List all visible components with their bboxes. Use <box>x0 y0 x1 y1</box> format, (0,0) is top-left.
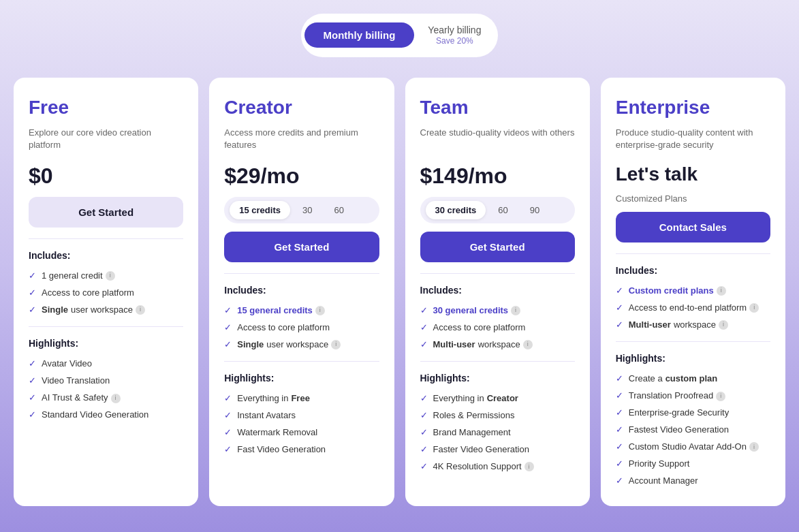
feature-text: Access to end-to-end platformi <box>629 302 759 314</box>
list-item: ✓Everything in Creator <box>420 393 575 405</box>
feature-text: Single user workspacei <box>42 304 145 316</box>
info-icon[interactable]: i <box>749 303 759 313</box>
plans-grid: FreeExplore our core video creation plat… <box>14 78 785 506</box>
list-item: ✓Create a custom plan <box>616 373 770 385</box>
plan-card-creator: CreatorAccess more credits and premium f… <box>209 78 394 506</box>
feature-text: Avatar Video <box>42 358 92 370</box>
info-icon[interactable]: i <box>136 305 145 315</box>
credit-option-creator-0[interactable]: 15 credits <box>230 201 290 219</box>
plan-card-free: FreeExplore our core video creation plat… <box>14 78 198 506</box>
includes-list-free: ✓1 general crediti✓Access to core platfo… <box>29 270 183 316</box>
check-icon: ✓ <box>420 444 428 456</box>
highlights-label-enterprise: Highlights: <box>616 353 770 364</box>
credit-option-team-2[interactable]: 90 <box>520 201 549 219</box>
info-icon[interactable]: i <box>524 462 534 471</box>
cta-button-team[interactable]: Get Started <box>420 232 575 262</box>
list-item: ✓Custom credit plansi <box>616 285 770 297</box>
credit-option-team-0[interactable]: 30 credits <box>426 201 486 219</box>
feature-text: 4K Resolution Supporti <box>433 461 534 473</box>
info-icon[interactable]: i <box>111 394 121 403</box>
check-icon: ✓ <box>420 322 428 334</box>
info-icon[interactable]: i <box>315 306 325 315</box>
list-item: ✓Single user workspacei <box>29 304 183 316</box>
feature-text: Priority Support <box>629 458 690 470</box>
plan-card-team: TeamCreate studio-quality videos with ot… <box>405 78 590 506</box>
yearly-billing-button[interactable]: Yearly billing Save 20% <box>414 17 495 54</box>
feature-text: Brand Management <box>433 427 511 439</box>
check-icon: ✓ <box>224 322 232 334</box>
customized-plans-enterprise: Customized Plans <box>616 193 770 204</box>
feature-text: AI Trust & Safetyi <box>42 392 121 404</box>
credit-option-creator-1[interactable]: 30 <box>293 201 322 219</box>
feature-text: Instant Avatars <box>237 410 296 422</box>
feature-text: Create a custom plan <box>629 373 717 385</box>
check-icon: ✓ <box>616 475 623 487</box>
includes-label-enterprise: Includes: <box>616 265 770 276</box>
list-item: ✓Watermark Removal <box>224 427 379 439</box>
list-item: ✓Avatar Video <box>29 358 183 370</box>
includes-label-team: Includes: <box>420 285 575 296</box>
feature-text: Multi-user workspacei <box>433 339 533 351</box>
credits-selector-team: 30 credits6090 <box>420 197 575 223</box>
check-icon: ✓ <box>224 339 232 351</box>
feature-text: 1 general crediti <box>42 270 115 282</box>
cta-button-enterprise[interactable]: Contact Sales <box>616 212 770 242</box>
check-icon: ✓ <box>420 393 428 405</box>
info-icon[interactable]: i <box>331 340 341 349</box>
info-icon[interactable]: i <box>511 306 520 315</box>
check-icon: ✓ <box>29 287 36 299</box>
info-icon[interactable]: i <box>716 392 725 401</box>
check-icon: ✓ <box>420 339 428 351</box>
check-icon: ✓ <box>29 392 36 404</box>
feature-text: Multi-user workspacei <box>629 319 728 331</box>
check-icon: ✓ <box>29 358 36 370</box>
cta-button-free[interactable]: Get Started <box>29 197 183 228</box>
bold-text: Single <box>42 304 68 316</box>
info-icon[interactable]: i <box>719 320 728 330</box>
check-icon: ✓ <box>29 375 36 387</box>
cta-button-creator[interactable]: Get Started <box>224 232 379 262</box>
check-icon: ✓ <box>29 409 36 421</box>
divider <box>420 273 575 274</box>
highlights-label-creator: Highlights: <box>224 373 379 384</box>
list-item: ✓AI Trust & Safetyi <box>29 392 183 404</box>
list-item: ✓Roles & Permissions <box>420 410 575 422</box>
info-icon[interactable]: i <box>523 340 533 349</box>
bold-text: Creator <box>487 393 518 405</box>
check-icon: ✓ <box>616 390 623 402</box>
highlights-list-free: ✓Avatar Video✓Video Translation✓AI Trust… <box>29 358 183 421</box>
feature-text: Faster Video Generation <box>433 444 529 456</box>
check-icon: ✓ <box>224 393 232 405</box>
divider <box>29 238 183 239</box>
billing-toggle: Monthly billing Yearly billing Save 20% <box>301 14 499 57</box>
check-icon: ✓ <box>420 427 428 439</box>
info-icon[interactable]: i <box>106 271 115 281</box>
list-item: ✓Single user workspacei <box>224 339 379 351</box>
plan-name-team: Team <box>420 97 575 119</box>
list-item: ✓Standard Video Generation <box>29 409 183 421</box>
credit-option-creator-2[interactable]: 60 <box>324 201 353 219</box>
yearly-label: Yearly billing <box>428 24 481 36</box>
feature-text: 30 general creditsi <box>433 305 521 317</box>
includes-label-free: Includes: <box>29 250 183 261</box>
list-item: ✓Access to core platform <box>420 322 575 334</box>
info-icon[interactable]: i <box>749 442 759 452</box>
highlights-list-enterprise: ✓Create a custom plan✓Translation Proofr… <box>616 373 770 486</box>
monthly-billing-button[interactable]: Monthly billing <box>304 22 415 48</box>
feature-text: Single user workspacei <box>237 339 341 351</box>
yearly-save-label: Save 20% <box>436 36 473 47</box>
feature-text: Everything in Free <box>237 393 310 405</box>
info-icon[interactable]: i <box>717 286 726 296</box>
plan-description-creator: Access more credits and premium features <box>224 127 379 153</box>
list-item: ✓Video Translation <box>29 375 183 387</box>
list-item: ✓Account Manager <box>616 475 770 487</box>
credit-option-team-1[interactable]: 60 <box>488 201 517 219</box>
list-item: ✓Everything in Free <box>224 393 379 405</box>
list-item: ✓Multi-user workspacei <box>420 339 575 351</box>
highlight-text: 30 general credits <box>433 305 509 317</box>
plan-card-enterprise: EnterpriseProduce studio-quality content… <box>601 78 785 506</box>
highlights-list-creator: ✓Everything in Free✓Instant Avatars✓Wate… <box>224 393 379 456</box>
bold-text: Multi-user <box>433 339 475 351</box>
plan-price-team: $149/mo <box>420 163 575 189</box>
list-item: ✓Instant Avatars <box>224 410 379 422</box>
